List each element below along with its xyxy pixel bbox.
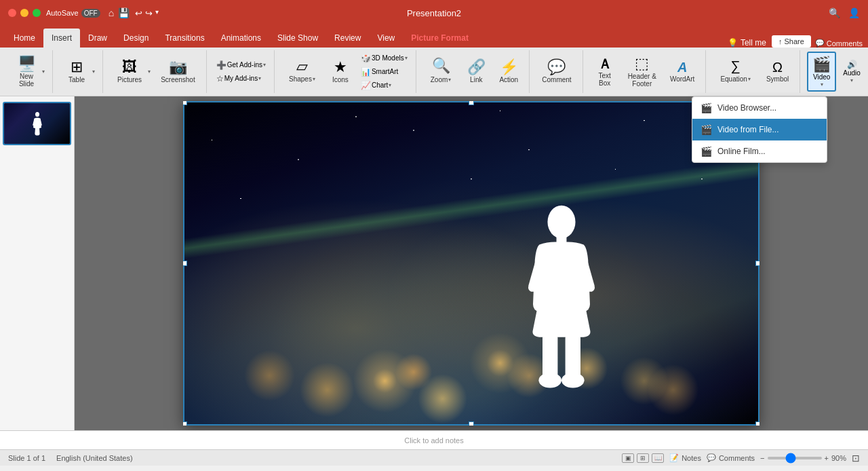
search-icon[interactable]: 🔍 bbox=[829, 7, 840, 18]
text-box-button[interactable]: Ａ TextBox bbox=[590, 54, 620, 90]
notes-button[interactable]: 📝 Notes bbox=[669, 453, 701, 462]
tell-me-icon: 💡 bbox=[728, 38, 738, 48]
header-footer-button[interactable]: ⬚ Header &Footer bbox=[623, 54, 662, 90]
header-footer-icon: ⬚ bbox=[635, 56, 649, 71]
save-icon[interactable]: 💾 bbox=[118, 7, 130, 18]
slide-sorter-icon[interactable]: ⊞ bbox=[637, 453, 649, 463]
equation-button[interactable]: ∑ Equation ▾ bbox=[713, 56, 757, 87]
tab-animations[interactable]: Animations bbox=[213, 29, 269, 48]
notes-status-icon: 📝 bbox=[669, 453, 679, 462]
my-addins-button[interactable]: ☆ My Add-ins ▾ bbox=[214, 73, 269, 85]
redo-icon[interactable]: ↪ bbox=[145, 8, 153, 18]
maximize-button[interactable] bbox=[33, 9, 41, 17]
handle-bottom-right[interactable] bbox=[755, 421, 760, 426]
zoom-slider[interactable] bbox=[768, 457, 822, 459]
tab-draw[interactable]: Draw bbox=[80, 29, 115, 48]
zoom-icon: 🔍 bbox=[432, 58, 450, 73]
comments-status-button[interactable]: 💬 Comments bbox=[707, 453, 755, 462]
wordart-icon: A bbox=[677, 60, 687, 74]
shapes-button[interactable]: ▱ Shapes ▾ bbox=[281, 56, 323, 87]
autosave-label: AutoSave bbox=[46, 9, 79, 17]
account-icon[interactable]: 👤 bbox=[848, 7, 860, 18]
3d-models-icon: 🎲 bbox=[361, 54, 371, 63]
images-group: 🖼 Pictures ▾ 📷 Screenshot bbox=[104, 50, 207, 93]
smartart-button[interactable]: 📊 SmartArt bbox=[358, 66, 410, 78]
table-button[interactable]: ⊞ Table ▾ bbox=[60, 56, 97, 88]
handle-middle-left[interactable] bbox=[183, 261, 187, 266]
video-browser-icon: 🎬 bbox=[701, 102, 712, 113]
more-icon[interactable]: ▾ bbox=[155, 8, 159, 18]
video-from-file-icon: 🎬 bbox=[701, 124, 712, 135]
tab-review[interactable]: Review bbox=[326, 29, 369, 48]
video-button[interactable]: 🎬 Video ▾ bbox=[807, 52, 836, 92]
close-button[interactable] bbox=[8, 9, 16, 17]
video-icon: 🎬 bbox=[812, 56, 831, 73]
screenshot-button[interactable]: 📷 Screenshot bbox=[155, 57, 201, 86]
notes-bar[interactable]: Click to add notes bbox=[0, 430, 868, 449]
nav-icons: ⌂ 💾 bbox=[108, 7, 130, 18]
chart-icon: 📈 bbox=[361, 81, 371, 90]
zoom-level: 90% bbox=[831, 454, 846, 462]
slide-info: Slide 1 of 1 bbox=[8, 454, 45, 462]
tab-transitions[interactable]: Transitions bbox=[157, 29, 212, 48]
addins-group: ➕ Get Add-ins ▾ ☆ My Add-ins ▾ bbox=[208, 50, 275, 93]
table-main: ⊞ Table bbox=[62, 57, 92, 86]
3d-models-button[interactable]: 🎲 3D Models ▾ bbox=[358, 52, 410, 64]
tab-picture-format[interactable]: Picture Format bbox=[403, 29, 477, 48]
handle-top-middle[interactable] bbox=[469, 101, 474, 105]
tab-view[interactable]: View bbox=[369, 29, 403, 48]
tab-slideshow[interactable]: Slide Show bbox=[269, 29, 326, 48]
slide-thumbnail[interactable] bbox=[3, 102, 71, 145]
normal-view-icon[interactable]: ▣ bbox=[622, 453, 634, 463]
handle-top-left[interactable] bbox=[183, 101, 187, 105]
ribbon-toolbar: 🖥️ NewSlide ▾ ⊞ Table ▾ 🖼 Pi bbox=[0, 48, 868, 96]
notes-label: Notes bbox=[682, 454, 701, 462]
audio-button[interactable]: 🔊 Audio ▾ bbox=[839, 57, 865, 86]
tab-insert[interactable]: Insert bbox=[43, 29, 80, 48]
online-film-item[interactable]: 🎬 Online Film... bbox=[692, 140, 827, 162]
zoom-out-icon[interactable]: − bbox=[760, 454, 764, 462]
svg-point-0 bbox=[35, 112, 39, 117]
zoom-button[interactable]: 🔍 Zoom ▾ bbox=[423, 56, 459, 88]
video-browser-item[interactable]: 🎬 Video Browser... bbox=[692, 97, 827, 119]
minimize-button[interactable] bbox=[20, 9, 28, 17]
tab-design[interactable]: Design bbox=[115, 29, 157, 48]
zoom-in-icon[interactable]: + bbox=[825, 454, 829, 462]
ribbon-tabs: Home Insert Draw Design Transitions Anim… bbox=[0, 26, 868, 48]
new-slide-icon: 🖥️ bbox=[18, 56, 36, 71]
video-dropdown-menu: 🎬 Video Browser... 🎬 Video from File... … bbox=[692, 96, 827, 163]
undo-icon[interactable]: ↩ bbox=[135, 8, 142, 18]
link-button[interactable]: 🔗 Link bbox=[461, 57, 491, 86]
pictures-button[interactable]: 🖼 Pictures ▾ bbox=[110, 56, 153, 88]
reading-view-icon[interactable]: 📖 bbox=[652, 453, 664, 463]
get-addins-button[interactable]: ➕ Get Add-ins ▾ bbox=[214, 59, 269, 71]
table-group: ⊞ Table ▾ bbox=[54, 50, 103, 93]
autosave-toggle[interactable]: OFF bbox=[81, 9, 100, 18]
handle-middle-right[interactable] bbox=[755, 261, 760, 266]
icons-button[interactable]: ★ Icons bbox=[326, 57, 355, 86]
video-from-file-item[interactable]: 🎬 Video from File... bbox=[692, 119, 827, 140]
comments-button[interactable]: 💬 Comments bbox=[815, 39, 863, 48]
slide-canvas[interactable] bbox=[183, 101, 760, 426]
link-icon: 🔗 bbox=[467, 60, 486, 75]
comments-status-icon: 💬 bbox=[707, 453, 716, 462]
new-slide-button[interactable]: 🖥️ NewSlide ▾ bbox=[9, 52, 47, 92]
handle-bottom-middle[interactable] bbox=[469, 421, 474, 426]
chart-button[interactable]: 📈 Chart ▾ bbox=[358, 79, 410, 92]
online-film-icon: 🎬 bbox=[701, 146, 712, 157]
my-addins-icon: ☆ bbox=[216, 74, 224, 83]
share-button[interactable]: ↑ Share bbox=[772, 35, 811, 48]
symbol-button[interactable]: Ω Symbol bbox=[761, 58, 794, 86]
handle-bottom-left[interactable] bbox=[183, 421, 187, 426]
autosave-area: AutoSave OFF bbox=[46, 9, 100, 18]
fit-to-window-icon[interactable]: ⊡ bbox=[852, 453, 860, 464]
home-icon[interactable]: ⌂ bbox=[108, 7, 114, 18]
tell-me-label[interactable]: Tell me bbox=[741, 38, 766, 48]
tab-home[interactable]: Home bbox=[5, 29, 43, 48]
share-icon: ↑ bbox=[778, 37, 783, 45]
icons-icon: ★ bbox=[334, 60, 347, 75]
slide-thumb-bg bbox=[4, 103, 70, 144]
action-button[interactable]: ⚡ Action bbox=[494, 57, 524, 86]
wordart-button[interactable]: A WordArt bbox=[665, 58, 701, 86]
comment-button[interactable]: 💬 Comment bbox=[536, 57, 576, 86]
